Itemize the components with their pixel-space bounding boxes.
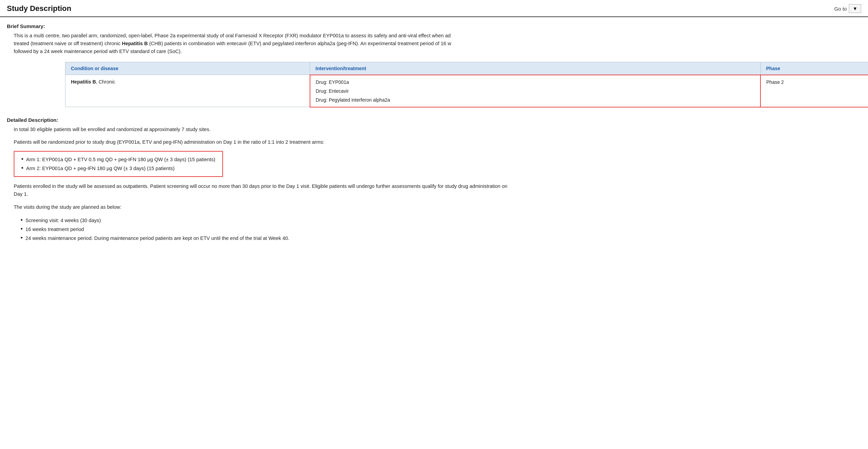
summary-text-part3: (CHB) patients in combination with entec… <box>148 41 451 46</box>
goto-button[interactable]: ▼ <box>849 4 861 13</box>
visit-bullet-1: • <box>21 216 23 224</box>
phase-cell: Phase 2 <box>760 75 868 107</box>
summary-text-part1: This is a multi centre, two parallel arm… <box>14 33 451 38</box>
phase-value: Phase 2 <box>766 79 784 85</box>
detail-para-4: The visits during the study are planned … <box>14 203 514 211</box>
summary-text-part2: treated (treatment naive or off treatmen… <box>14 41 122 46</box>
page-title: Study Description <box>7 4 71 13</box>
visits-list: • Screening visit: 4 weeks (30 days) • 1… <box>21 216 861 243</box>
arm-1-text: Arm 1: EYP001a QD + ETV 0.5 mg QD + peg-… <box>26 155 215 164</box>
brief-summary-section: Brief Summary: This is a multi centre, t… <box>7 23 861 56</box>
visit-2-text: 16 weeks treatment period <box>25 225 84 234</box>
hepatitis-b-bold: Hepatitis B <box>122 41 148 46</box>
study-table: Condition or disease Intervention/treatm… <box>65 62 868 107</box>
bullet-1: • <box>21 155 23 164</box>
detail-para-2: Patients will be randomized prior to stu… <box>14 138 514 146</box>
detailed-description-section: Detailed Description: In total 30 eligib… <box>7 117 861 243</box>
detail-para-1: In total 30 eligible patients will be en… <box>14 126 514 133</box>
goto-arrow-icon: ▼ <box>853 6 857 11</box>
visit-3-text: 24 weeks maintenance period. During main… <box>25 234 289 243</box>
header-phase: Phase <box>760 62 868 75</box>
visit-item-1: • Screening visit: 4 weeks (30 days) <box>21 216 861 225</box>
visit-bullet-2: • <box>21 225 23 233</box>
goto-container: Go to ▼ <box>834 4 861 13</box>
condition-rest: , Chronic <box>96 79 115 85</box>
table-row: Hepatitis B, Chronic Drug: EYP001a Drug:… <box>65 75 868 107</box>
drug-line-3: Drug: Pegylated interferon alpha2a <box>316 97 755 103</box>
visit-item-3: • 24 weeks maintenance period. During ma… <box>21 234 861 243</box>
goto-label: Go to <box>834 6 847 12</box>
arm-item-1: • Arm 1: EYP001a QD + ETV 0.5 mg QD + pe… <box>21 155 215 164</box>
condition-bold: Hepatitis B <box>71 79 96 85</box>
drug-line-1: Drug: EYP001a <box>316 79 755 85</box>
header-intervention: Intervention/treatment <box>310 62 760 75</box>
drug-line-2: Drug: Entecavir <box>316 88 755 94</box>
visit-bullet-3: • <box>21 234 23 242</box>
visit-item-2: • 16 weeks treatment period <box>21 225 861 234</box>
bullet-2: • <box>21 164 23 172</box>
arm-item-2: • Arm 2: EYP001a QD + peg-IFN 180 μg QW … <box>21 164 215 173</box>
content-area: Brief Summary: This is a multi centre, t… <box>0 23 868 254</box>
header-condition: Condition or disease <box>65 62 310 75</box>
intervention-cell: Drug: EYP001a Drug: Entecavir Drug: Pegy… <box>310 75 760 107</box>
page-header: Study Description Go to ▼ <box>0 0 868 17</box>
table-header-row: Condition or disease Intervention/treatm… <box>65 62 868 75</box>
summary-text-part4: followed by a 24 week maintenance period… <box>14 49 182 54</box>
visit-1-text: Screening visit: 4 weeks (30 days) <box>25 216 101 225</box>
arm-2-text: Arm 2: EYP001a QD + peg-IFN 180 μg QW (±… <box>26 164 174 173</box>
arms-box: • Arm 1: EYP001a QD + ETV 0.5 mg QD + pe… <box>14 151 223 177</box>
brief-summary-text: This is a multi centre, two parallel arm… <box>14 32 514 56</box>
condition-cell: Hepatitis B, Chronic <box>65 75 310 107</box>
detailed-description-label: Detailed Description: <box>7 117 861 123</box>
detail-para-3: Patients enrolled in the study will be a… <box>14 182 514 198</box>
brief-summary-label: Brief Summary: <box>7 23 861 29</box>
